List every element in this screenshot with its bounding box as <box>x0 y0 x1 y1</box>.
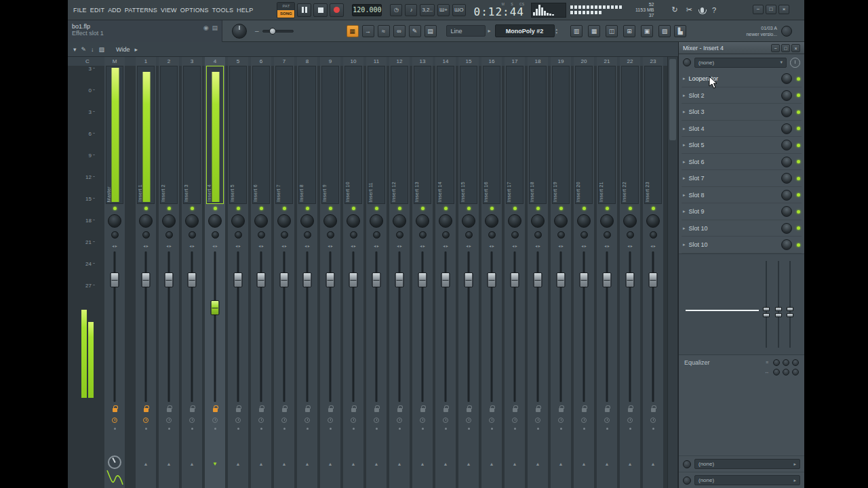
maximize-button[interactable]: □ <box>766 5 776 14</box>
stereo-separation-arrows-icon[interactable] <box>104 241 125 250</box>
cut-icon[interactable]: ✂ <box>686 5 692 14</box>
fader-handle[interactable] <box>580 272 589 287</box>
mix-level-knob[interactable] <box>683 58 691 66</box>
effect-slot[interactable]: ▸ Slot 7 <box>679 170 804 187</box>
volume-fader[interactable] <box>389 250 410 405</box>
lock-icon[interactable] <box>374 408 379 412</box>
stereo-separation-knob[interactable] <box>511 231 519 239</box>
slide-icon[interactable]: ≈ <box>378 25 390 37</box>
stereo-separation-arrows-icon[interactable] <box>274 241 294 250</box>
mute-led[interactable] <box>652 207 655 210</box>
pan-knob[interactable] <box>139 214 153 228</box>
slot-arrow-icon[interactable]: ▸ <box>683 176 686 181</box>
track-meter-zone[interactable]: Insert 18 <box>529 66 547 204</box>
record-disc-icon[interactable]: ◉ <box>203 24 209 31</box>
mixer-icon[interactable]: ▦ <box>588 25 600 37</box>
time-display[interactable]: M S CS 0:12:44 <box>474 3 524 18</box>
mute-led[interactable] <box>237 207 240 210</box>
stereo-separation-arrows-icon[interactable] <box>159 241 179 250</box>
brush-icon[interactable]: ✎ <box>409 25 421 37</box>
mixer-dock-icon[interactable]: ▨ <box>99 46 105 53</box>
stereo-separation-knob[interactable] <box>442 231 450 239</box>
lock-icon[interactable] <box>282 408 287 412</box>
track-meter-zone[interactable]: Insert 14 <box>437 66 454 204</box>
fader-handle[interactable] <box>626 272 635 287</box>
mixer-track[interactable]: 13 Insert 13 <box>412 57 433 488</box>
lock-icon[interactable] <box>397 408 402 412</box>
stereo-separation-arrows-icon[interactable] <box>136 241 156 250</box>
record-arm-icon[interactable] <box>328 418 333 423</box>
fader-handle[interactable] <box>395 272 404 287</box>
mixer-track[interactable]: 9 Insert 9 <box>320 57 340 488</box>
fader-track[interactable] <box>214 251 216 402</box>
volume-fader[interactable] <box>205 250 225 405</box>
mixer-track[interactable]: 23 Insert 23 <box>643 57 663 488</box>
fader-handle[interactable] <box>165 272 174 287</box>
play-pause-button[interactable] <box>297 3 311 17</box>
slot-mix-knob[interactable] <box>781 90 792 101</box>
lock-icon[interactable] <box>420 408 425 412</box>
mixer-track[interactable]: 18 Insert 18 <box>528 57 548 488</box>
effect-slot[interactable]: ▸ Slot 9 <box>679 203 804 220</box>
stereo-separation-knob[interactable] <box>327 231 334 239</box>
stereo-separation-arrows-icon[interactable] <box>551 241 571 250</box>
mute-led[interactable] <box>260 207 263 210</box>
volume-fader[interactable] <box>228 250 248 405</box>
route-arrow-icon[interactable] <box>259 460 264 467</box>
lock-icon[interactable] <box>259 408 264 412</box>
pan-knob[interactable] <box>485 214 498 228</box>
lock-icon[interactable] <box>190 408 195 412</box>
slot-mix-knob[interactable] <box>781 123 792 134</box>
record-arm-icon[interactable] <box>189 418 195 423</box>
slot-arrow-icon[interactable]: ▸ <box>683 242 686 247</box>
sync-icon[interactable]: ↻ <box>672 5 678 14</box>
fader-handle[interactable] <box>511 272 519 287</box>
lock-icon[interactable] <box>605 408 610 412</box>
track-meter-zone[interactable]: Insert 23 <box>644 66 662 204</box>
stereo-separation-knob[interactable] <box>534 231 542 239</box>
record-arm-icon[interactable] <box>535 418 540 423</box>
track-meter-zone[interactable]: Insert 12 <box>391 66 408 204</box>
audio-input-dropdown[interactable]: (none) <box>694 459 800 469</box>
effect-slot[interactable]: ▸ Slot 4 <box>679 121 804 138</box>
record-arm-icon[interactable] <box>650 418 656 423</box>
stereo-separation-knob[interactable] <box>373 231 380 239</box>
piano-roll-icon[interactable]: ⊞ <box>623 25 635 37</box>
pan-knob[interactable] <box>646 214 660 228</box>
mixer-scrollbar[interactable] <box>667 57 678 488</box>
lock-icon[interactable] <box>167 408 172 412</box>
stereo-separation-arrows-icon[interactable] <box>320 241 340 250</box>
volume-fader[interactable] <box>551 250 571 405</box>
fader-handle[interactable] <box>534 272 542 287</box>
mute-led[interactable] <box>375 207 378 210</box>
mute-led[interactable] <box>583 207 586 210</box>
track-meter-zone[interactable]: Insert 3 <box>183 66 201 204</box>
track-meter-zone[interactable]: Insert 2 <box>160 66 178 204</box>
mute-led[interactable] <box>536 207 540 210</box>
record-arm-icon[interactable] <box>581 418 587 423</box>
lock-icon[interactable] <box>628 408 633 412</box>
track-meter-zone[interactable]: Insert 1 <box>137 66 155 204</box>
lock-icon[interactable] <box>651 408 656 412</box>
track-meter-zone[interactable]: Insert 5 <box>229 66 247 204</box>
volume-fader[interactable] <box>366 250 387 405</box>
track-meter-zone[interactable]: Insert 9 <box>321 66 339 204</box>
fader-handle[interactable] <box>418 272 427 287</box>
pattern-selector-button[interactable]: ▦ <box>347 25 359 37</box>
menu-item[interactable]: ADD <box>108 7 121 14</box>
slot-mix-knob[interactable] <box>781 140 792 150</box>
stereo-separation-knob[interactable] <box>111 231 119 239</box>
fader-handle[interactable] <box>257 272 266 287</box>
mixer-paint-icon[interactable]: ✎ <box>81 46 87 53</box>
stereo-separation-arrows-icon[interactable] <box>251 241 271 250</box>
pan-knob[interactable] <box>231 214 245 228</box>
plugin-dropdown[interactable]: (none) <box>694 58 787 68</box>
volume-fader[interactable] <box>435 250 456 405</box>
effect-slot[interactable]: ▸ Slot 8 <box>679 187 804 204</box>
track-meter-zone[interactable]: Insert 7 <box>275 66 293 204</box>
slot-arrow-icon[interactable]: ▸ <box>683 93 686 98</box>
lock-icon[interactable] <box>513 408 517 412</box>
stereo-separation-knob[interactable] <box>350 231 357 239</box>
mixer-track[interactable]: 15 Insert 15 <box>458 57 479 488</box>
mixer-track[interactable]: 2 Insert 2 <box>159 57 179 488</box>
